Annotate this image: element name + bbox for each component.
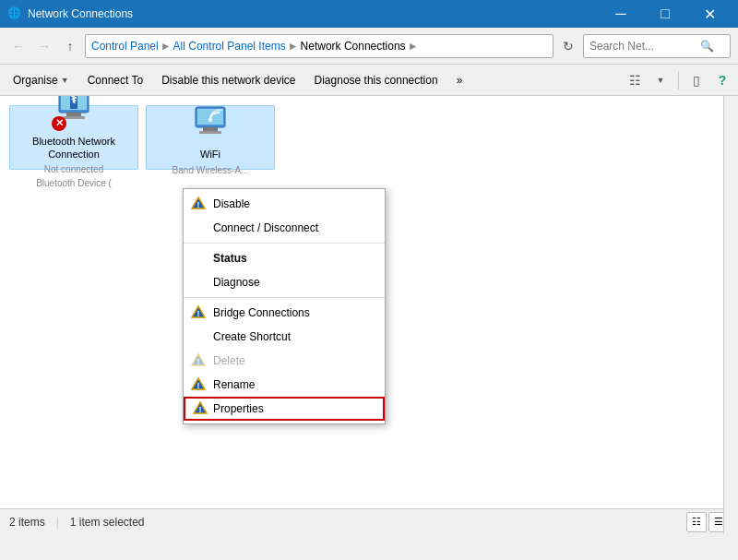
svg-rect-3 (63, 116, 85, 119)
svg-text:!: ! (197, 381, 200, 390)
minimize-button[interactable]: ─ (600, 0, 642, 28)
ctx-disable-icon: ! (191, 197, 206, 211)
forward-button[interactable]: → (33, 35, 55, 57)
svg-text:⚕: ⚕ (70, 96, 77, 106)
ctx-bridge-icon: ! (191, 305, 206, 320)
ctx-shortcut[interactable]: Create Shortcut (184, 325, 385, 349)
toolbar-separator (678, 71, 679, 89)
view-toggle-button[interactable]: ☷ (623, 68, 647, 92)
breadcrumb-network-connections[interactable]: Network Connections (301, 40, 406, 53)
preview-pane-button[interactable]: ▯ (684, 68, 708, 92)
status-bar: 2 items | 1 item selected ☷ ☰ (0, 508, 738, 534)
help-button[interactable]: ? (710, 68, 734, 92)
disable-button[interactable]: Disable this network device (152, 67, 304, 93)
ctx-disable[interactable]: ! Disable (184, 192, 385, 216)
ctx-properties-label: Properties (213, 402, 264, 415)
ctx-bridge-label: Bridge Connections (213, 306, 310, 319)
organise-chevron: ▼ (61, 76, 69, 85)
svg-rect-10 (199, 131, 221, 134)
ctx-properties[interactable]: ! Properties (184, 397, 385, 421)
organise-button[interactable]: Organise ▼ (4, 67, 78, 93)
error-overlay: ✕ (52, 116, 66, 131)
bluetooth-device: Bluetooth Device ( (36, 178, 112, 188)
svg-rect-9 (203, 127, 218, 131)
ctx-sep-1 (184, 243, 385, 244)
bluetooth-icon: ⚕ ✕ (52, 96, 96, 131)
title-bar: 🌐 Network Connections ─ □ ✕ (0, 0, 738, 28)
scrollbar[interactable] (723, 96, 738, 534)
wifi-sub: Band Wireless-A... (173, 165, 249, 175)
svg-rect-2 (66, 113, 81, 116)
items-count: 2 items (9, 516, 45, 529)
ctx-disable-label: Disable (213, 197, 250, 210)
ctx-delete-label: Delete (213, 354, 245, 367)
diagnose-button[interactable]: Diagnose this connection (305, 67, 447, 93)
ctx-status-label: Status (213, 252, 247, 265)
breadcrumb: Control Panel ► All Control Panel Items … (85, 34, 554, 58)
ctx-delete-icon: ! (191, 353, 206, 368)
svg-point-8 (208, 118, 212, 122)
refresh-button[interactable]: ↻ (557, 35, 579, 57)
search-box[interactable]: 🔍 (583, 34, 731, 58)
window-title: Network Connections (28, 7, 600, 20)
svg-text:!: ! (197, 200, 200, 209)
ctx-rename-icon: ! (191, 377, 206, 392)
selected-count: 1 item selected (70, 516, 145, 529)
svg-text:!: ! (197, 357, 200, 366)
close-button[interactable]: ✕ (688, 0, 731, 28)
view-chevron-button[interactable]: ▼ (649, 68, 673, 92)
svg-text:!: ! (197, 309, 200, 318)
toolbar-right: ☷ ▼ ▯ ? (623, 68, 734, 92)
main-content: ⚕ ✕ Bluetooth NetworkConnection Not conn… (0, 96, 738, 534)
breadcrumb-all-items[interactable]: All Control Panel Items (173, 40, 286, 53)
ctx-rename[interactable]: ! Rename (184, 373, 385, 397)
ctx-delete: ! Delete (184, 349, 385, 373)
ctx-connect[interactable]: Connect / Disconnect (184, 216, 385, 240)
ctx-shortcut-label: Create Shortcut (213, 330, 291, 343)
back-button[interactable]: ← (7, 35, 30, 57)
ctx-connect-label: Connect / Disconnect (213, 221, 318, 234)
svg-text:!: ! (199, 405, 202, 414)
ctx-bridge[interactable]: ! Bridge Connections (184, 301, 385, 325)
ctx-rename-label: Rename (213, 378, 255, 391)
list-view-button[interactable]: ☷ (686, 512, 707, 532)
network-item-wifi[interactable]: WiFi Band Wireless-A... (146, 105, 275, 170)
window-icon: 🌐 (7, 6, 22, 21)
wifi-name: WiFi (200, 148, 220, 161)
network-item-bluetooth[interactable]: ⚕ ✕ Bluetooth NetworkConnection Not conn… (9, 105, 138, 170)
more-button[interactable]: » (447, 67, 472, 93)
ctx-diagnose-label: Diagnose (213, 276, 260, 289)
maximize-button[interactable]: □ (644, 0, 686, 28)
breadcrumb-control-panel[interactable]: Control Panel (91, 40, 159, 53)
ctx-diagnose[interactable]: Diagnose (184, 270, 385, 294)
ctx-status[interactable]: Status (184, 246, 385, 270)
bluetooth-status: Not connected (44, 164, 104, 174)
network-items-container: ⚕ ✕ Bluetooth NetworkConnection Not conn… (0, 96, 738, 179)
context-menu: ! Disable Connect / Disconnect Status Di… (183, 188, 386, 424)
connect-to-button[interactable]: Connect To (78, 67, 153, 93)
toolbar: Organise ▼ Connect To Disable this netwo… (0, 65, 738, 96)
search-input[interactable] (589, 40, 700, 53)
window-controls: ─ □ ✕ (600, 0, 731, 28)
up-button[interactable]: ↑ (59, 35, 81, 57)
ctx-properties-icon: ! (193, 401, 208, 416)
search-icon: 🔍 (700, 40, 714, 53)
bluetooth-name: Bluetooth NetworkConnection (32, 135, 115, 161)
ctx-sep-2 (184, 297, 385, 298)
wifi-icon-container (188, 100, 232, 144)
address-bar: ← → ↑ Control Panel ► All Control Panel … (0, 28, 738, 65)
